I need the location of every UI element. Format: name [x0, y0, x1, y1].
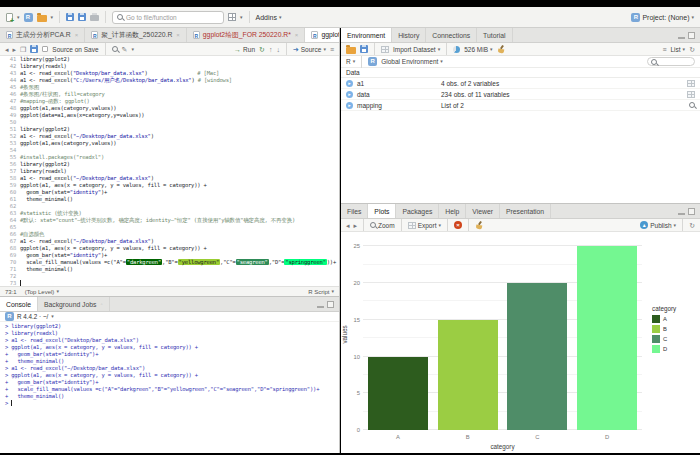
close-tab-icon[interactable]: × [176, 32, 180, 38]
environment-search-input[interactable] [647, 57, 695, 66]
new-file-icon[interactable] [6, 13, 13, 22]
run-down-icon[interactable]: ↓ [276, 46, 280, 53]
new-project-icon[interactable]: R [24, 13, 33, 22]
tab-help[interactable]: Help [439, 204, 466, 218]
console-line: > library(ggplot2) [5, 323, 339, 330]
close-tab-icon[interactable]: × [295, 32, 299, 38]
addins-menu[interactable]: Addins ▾ [256, 14, 282, 21]
editor-tab-4[interactable]: Rggplot2绘图.R*× [305, 28, 340, 42]
new-file-caret-icon[interactable]: ▾ [17, 15, 20, 20]
minimize-icon[interactable] [317, 306, 324, 308]
export-button[interactable]: Export ▾ [408, 222, 441, 229]
divider [374, 43, 375, 55]
maximize-icon[interactable] [327, 301, 334, 308]
next-plot-icon[interactable]: ▸ [354, 222, 358, 229]
code-area[interactable]: 41library(ggplot2)42library(readxl)43a1 … [0, 56, 339, 286]
environment-object-row[interactable]: ▸data234 obs. of 11 variables [341, 89, 700, 100]
publish-button[interactable]: ▲ Publish ▾ [640, 221, 676, 229]
run-button[interactable]: → Run [234, 46, 255, 53]
source-button[interactable]: ➜ Source ▾ [293, 46, 326, 53]
code-token: #mapping—函数: ggplot() [20, 98, 90, 104]
tab-tutorial[interactable]: Tutorial [477, 28, 512, 42]
expand-object-icon[interactable]: ▸ [346, 80, 353, 87]
code-tools-caret-icon[interactable]: ▾ [131, 47, 134, 52]
legend-label: D [663, 346, 667, 352]
back-icon[interactable]: ◂ [5, 46, 9, 53]
tab-environment[interactable]: Environment [341, 28, 392, 42]
popout-icon[interactable]: ❐ [20, 46, 26, 53]
minimize-icon[interactable] [678, 37, 685, 39]
save-workspace-icon[interactable] [360, 45, 368, 53]
save-icon[interactable] [66, 13, 74, 21]
plot-chart: 0510152025ABCDcategoryvaluescategoryABCD [341, 232, 700, 453]
tab-files[interactable]: Files [341, 204, 368, 218]
import-dataset-button[interactable]: Import Dataset ▾ [393, 46, 440, 53]
expand-object-icon[interactable]: ▸ [346, 102, 353, 109]
tab-history[interactable]: History [392, 28, 426, 42]
save-all-icon[interactable] [78, 13, 86, 21]
open-folder-icon[interactable] [37, 15, 47, 22]
console-tab-background-jobs[interactable]: Background Jobs◦ [38, 297, 110, 311]
forward-icon[interactable]: ▸ [13, 46, 17, 53]
tab-plots[interactable]: Plots [368, 204, 396, 218]
go-to-file-search[interactable]: Go to file/function [112, 11, 224, 24]
panes-caret-icon[interactable]: ▾ [240, 15, 243, 20]
run-up-icon[interactable]: ↑ [269, 46, 273, 53]
scope-selector[interactable]: (Top Level) ▾ [25, 289, 59, 295]
editor-tab-2[interactable]: R聚_计算函数_250220.R× [85, 28, 187, 42]
tab-viewer[interactable]: Viewer [466, 204, 500, 218]
view-data-icon[interactable] [687, 80, 695, 87]
expand-object-icon[interactable]: ▸ [346, 91, 353, 98]
load-workspace-icon[interactable] [346, 47, 356, 54]
list-view-button[interactable]: List ▾ [670, 46, 685, 53]
environment-pane: EnvironmentHistoryConnectionsTutorial Im… [341, 28, 700, 203]
editor-tab-1[interactable]: R主成分分析PCA.R× [0, 28, 85, 42]
remove-plot-icon[interactable]: × [454, 221, 462, 229]
environment-object-list: ▸a14 obs. of 2 variables▸data234 obs. of… [341, 78, 700, 111]
outline-icon[interactable]: ≡ [330, 46, 334, 53]
tab-presentation[interactable]: Presentation [500, 204, 551, 218]
code-token: "~/Desktop/bar_data.xlsx" [73, 175, 151, 181]
maximize-icon[interactable] [688, 32, 695, 39]
doc-type-selector[interactable]: R Script ▾ [308, 289, 334, 295]
environment-selector[interactable]: Global Environment ▾ [381, 58, 443, 65]
refresh-plot-icon[interactable]: ↻ [689, 222, 695, 229]
language-selector[interactable]: R ▾ [346, 58, 355, 65]
save-icon[interactable] [30, 45, 38, 53]
code-line: 53ggplot(a1,aes(category,values)) [0, 140, 339, 147]
inspect-object-icon[interactable] [689, 102, 695, 108]
env-caret-icon: ▾ [440, 59, 443, 64]
maximize-icon[interactable] [688, 208, 695, 215]
console-output[interactable]: > library(ggplot2)> library(readxl)> a1 … [0, 322, 339, 407]
source-on-save-checkbox[interactable] [42, 46, 48, 52]
code-tools-icon[interactable]: ✎ [122, 46, 128, 53]
clear-objects-icon[interactable] [497, 45, 505, 53]
legend-label: B [663, 326, 667, 332]
console-tab-console[interactable]: Console [0, 297, 38, 311]
environment-object-row[interactable]: ▸mappingList of 2 [341, 100, 700, 111]
clear-all-plots-icon[interactable] [475, 221, 483, 229]
close-tab-icon[interactable]: × [75, 32, 79, 38]
line-number: 52 [0, 133, 20, 140]
console-version-row[interactable]: R R 4.4.2 · ~/ ▾ [0, 312, 339, 322]
tab-packages[interactable]: Packages [396, 204, 439, 218]
zoom-button[interactable]: Zoom [370, 222, 395, 229]
refresh-icon[interactable]: ↻ [689, 46, 695, 53]
rerun-icon[interactable]: ↻ [259, 46, 265, 53]
editor-tab-3[interactable]: Rggplot2绘图_FOR 250220.R*× [187, 28, 306, 42]
memory-usage-button[interactable]: 526 MiB ▾ [464, 46, 492, 53]
search-placeholder: Go to file/function [126, 14, 177, 21]
tab-connections[interactable]: Connections [426, 28, 477, 42]
previous-plot-icon[interactable]: ◂ [346, 222, 350, 229]
open-recent-caret-icon[interactable]: ▾ [51, 15, 54, 20]
doc-type-label: R Script [308, 289, 329, 295]
minimize-icon[interactable] [678, 213, 685, 215]
environment-object-row[interactable]: ▸a14 obs. of 2 variables [341, 78, 700, 89]
workspace-panes-icon[interactable] [228, 13, 236, 21]
console-line: > a1 <- read_excel("Desktop/bar_data.xls… [5, 337, 339, 344]
divider [286, 43, 287, 55]
view-data-icon[interactable] [687, 91, 695, 98]
print-icon[interactable] [90, 15, 99, 21]
find-replace-icon[interactable] [112, 46, 118, 52]
project-menu[interactable]: R Project: (None) ▾ [631, 13, 694, 22]
